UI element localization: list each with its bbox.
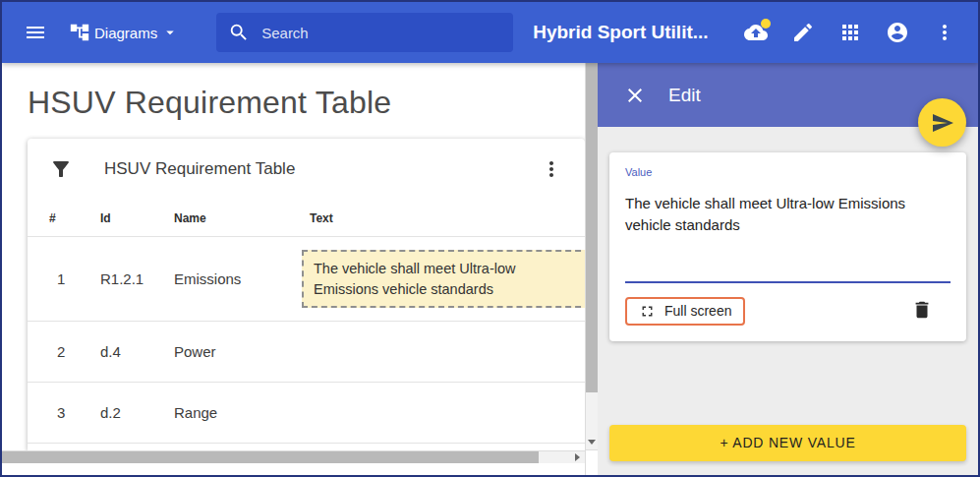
search-box <box>216 13 513 52</box>
cell-id: R1.2.1 <box>100 270 174 287</box>
vscroll-thumb[interactable] <box>586 63 598 392</box>
app-title: Hybrid Sport Utilit... <box>533 22 708 43</box>
table-card-header: HSUV Requirement Table <box>28 139 585 200</box>
overflow-menu-button[interactable] <box>925 13 964 52</box>
notification-badge <box>761 19 771 29</box>
app-bar: Diagrams Hybrid Sport Utilit... <box>2 2 978 63</box>
app-bar-actions <box>736 13 964 52</box>
cell-name: Power <box>174 343 310 360</box>
edit-pencil-button[interactable] <box>783 13 823 52</box>
requirement-table-card: HSUV Requirement Table # Id Name Text 1 <box>28 139 585 450</box>
column-header-text: Text <box>310 211 585 225</box>
more-vert-icon <box>933 21 956 44</box>
account-icon <box>886 21 909 44</box>
main-bottom-strip <box>2 463 585 475</box>
scroll-down-button[interactable] <box>586 434 598 449</box>
selected-text-cell[interactable]: The vehicle shall meet Ultra-low Emissio… <box>302 250 585 308</box>
add-new-value-button[interactable]: + ADD NEW VALUE <box>609 425 966 461</box>
cell-id: d.4 <box>100 343 174 360</box>
apps-grid-icon <box>838 21 862 44</box>
value-actions: Full screen <box>625 295 951 328</box>
app-window: Diagrams Hybrid Sport Utilit... <box>0 0 980 477</box>
column-header-num: # <box>28 211 100 225</box>
table-row[interactable]: 3 d.2 Range <box>28 383 585 444</box>
close-icon <box>623 84 647 107</box>
table-row[interactable]: 2 d.4 Power <box>28 322 585 383</box>
cell-name: Emissions <box>174 270 310 287</box>
search-icon <box>228 22 250 43</box>
arrow-right-icon <box>575 453 580 461</box>
scrollbar-corner <box>586 449 598 475</box>
send-icon <box>931 111 954 135</box>
column-header-name: Name <box>174 211 310 225</box>
fullscreen-label: Full screen <box>664 303 731 319</box>
pencil-icon <box>791 21 815 44</box>
value-field-label: Value <box>625 166 951 178</box>
edit-panel-title: Edit <box>668 85 701 106</box>
vertical-scrollbar[interactable] <box>585 63 598 475</box>
close-button[interactable] <box>615 76 655 115</box>
page-title: HSUV Requirement Table <box>28 85 585 121</box>
fullscreen-icon <box>639 303 656 320</box>
main-content: HSUV Requirement Table HSUV Requirement … <box>2 63 585 475</box>
edit-panel-body: Value The vehicle shall meet Ultra-low E… <box>598 127 978 477</box>
caret-down-icon <box>161 24 179 41</box>
table-title: HSUV Requirement Table <box>104 159 295 179</box>
cell-text: The vehicle shall meet Ultra-low Emissio… <box>310 250 585 308</box>
search-input[interactable] <box>261 25 501 41</box>
cell-id: d.2 <box>100 404 174 421</box>
value-input[interactable]: The vehicle shall meet Ultra-low Emissio… <box>625 193 951 283</box>
menu-button[interactable] <box>16 13 55 52</box>
account-button[interactable] <box>878 13 917 52</box>
more-vert-icon <box>540 157 563 181</box>
edit-panel: Edit Value The vehicle shall meet Ultra-… <box>598 63 978 475</box>
filter-icon <box>49 157 73 181</box>
scroll-right-button[interactable] <box>569 451 585 463</box>
send-fab[interactable] <box>918 98 966 147</box>
cloud-upload-button[interactable] <box>736 13 776 52</box>
diagrams-label: Diagrams <box>94 25 157 41</box>
arrow-down-icon <box>588 440 596 445</box>
column-header-id: Id <box>100 211 174 225</box>
horizontal-scrollbar[interactable] <box>2 450 585 463</box>
vscroll-track <box>586 392 598 434</box>
fullscreen-button[interactable]: Full screen <box>625 297 745 326</box>
diagram-tree-icon <box>69 22 90 43</box>
table-card-wrapper: HSUV Requirement Table # Id Name Text 1 <box>2 121 585 450</box>
cell-num: 1 <box>28 270 100 287</box>
table-menu-button[interactable] <box>532 149 571 189</box>
delete-button[interactable] <box>907 295 937 328</box>
filter-button[interactable] <box>41 149 81 189</box>
cell-num: 3 <box>28 404 100 421</box>
cell-name: Range <box>174 404 310 421</box>
apps-grid-button[interactable] <box>831 13 870 52</box>
value-card: Value The vehicle shall meet Ultra-low E… <box>609 152 966 341</box>
diagrams-menu-button[interactable]: Diagrams <box>69 22 179 43</box>
table-row[interactable]: 1 R1.2.1 Emissions The vehicle shall mee… <box>28 237 585 322</box>
menu-icon <box>24 21 47 44</box>
cell-num: 2 <box>28 343 100 360</box>
trash-icon <box>911 299 933 321</box>
table-header-row: # Id Name Text <box>28 200 585 237</box>
hscroll-thumb[interactable] <box>2 451 539 463</box>
